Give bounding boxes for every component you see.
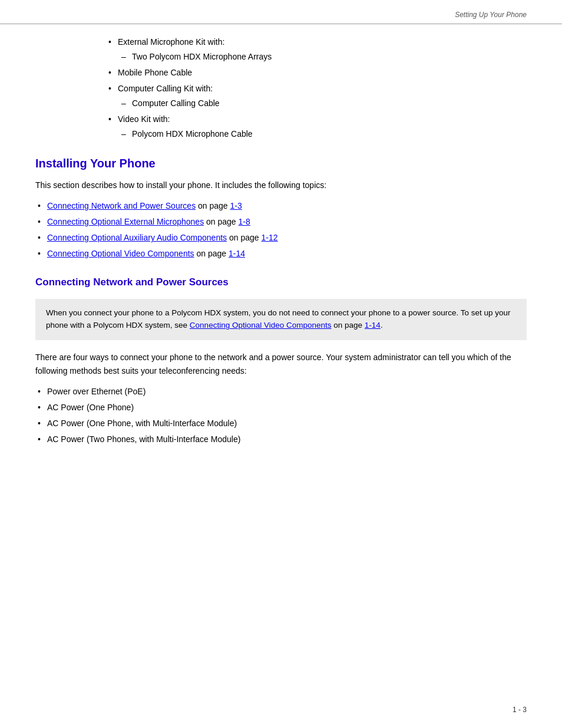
method-text: AC Power (One Phone) — [47, 403, 134, 412]
item-text: External Microphone Kit with: — [118, 37, 224, 47]
note-link[interactable]: Connecting Optional Video Components — [190, 321, 332, 330]
installing-heading: Installing Your Phone — [35, 157, 527, 170]
top-bullet-list: External Microphone Kit with: Two Polyco… — [106, 36, 527, 140]
list-item: AC Power (One Phone, with Multi-Interfac… — [35, 417, 527, 430]
item-text: Computer Calling Kit with: — [118, 84, 213, 93]
connecting-heading: Connecting Network and Power Sources — [35, 276, 527, 288]
link-ext-microphones-page[interactable]: 1-8 — [239, 217, 250, 226]
item-text: Video Kit with: — [118, 114, 170, 124]
list-item: Connecting Optional External Microphones… — [35, 216, 527, 228]
sub-list: Polycom HDX Microphone Cable — [118, 128, 527, 140]
page-number: 1 - 3 — [513, 706, 527, 714]
sub-list-item: Polycom HDX Microphone Cable — [118, 128, 527, 140]
link-network-power[interactable]: Connecting Network and Power Sources — [47, 201, 196, 210]
list-item: Computer Calling Kit with: Computer Call… — [106, 83, 527, 110]
sub-list-item: Two Polycom HDX Microphone Arrays — [118, 51, 527, 63]
list-item: AC Power (Two Phones, with Multi-Interfa… — [35, 433, 527, 446]
note-page-link[interactable]: 1-14 — [365, 321, 381, 330]
header-title: Setting Up Your Phone — [455, 11, 527, 19]
item-text: Mobile Phone Cable — [118, 68, 192, 77]
sub-list-item: Computer Calling Cable — [118, 97, 527, 110]
link-suffix: on page — [227, 233, 261, 242]
top-bullet-section: External Microphone Kit with: Two Polyco… — [106, 36, 527, 140]
link-ext-microphones[interactable]: Connecting Optional External Microphones — [47, 217, 204, 226]
sub-item-text: Polycom HDX Microphone Cable — [132, 129, 253, 139]
connecting-body: There are four ways to connect your phon… — [35, 351, 527, 377]
sub-item-text: Two Polycom HDX Microphone Arrays — [132, 52, 272, 61]
list-item: Video Kit with: Polycom HDX Microphone C… — [106, 113, 527, 140]
content-area: External Microphone Kit with: Two Polyco… — [0, 24, 562, 473]
page-header: Setting Up Your Phone — [0, 0, 562, 24]
link-aux-audio-page[interactable]: 1-12 — [261, 233, 277, 242]
list-item: Mobile Phone Cable — [106, 67, 527, 79]
method-text: Power over Ethernet (PoE) — [47, 387, 146, 396]
note-period: . — [381, 321, 383, 330]
link-video-components-page[interactable]: 1-14 — [229, 249, 245, 258]
list-item: Connecting Network and Power Sources on … — [35, 200, 527, 212]
note-suffix: on page — [332, 321, 365, 330]
sub-item-text: Computer Calling Cable — [132, 98, 220, 108]
list-item: Power over Ethernet (PoE) — [35, 386, 527, 398]
methods-list: Power over Ethernet (PoE) AC Power (One … — [35, 386, 527, 446]
method-text: AC Power (One Phone, with Multi-Interfac… — [47, 419, 237, 428]
link-video-components[interactable]: Connecting Optional Video Components — [47, 249, 194, 258]
link-suffix: on page — [196, 201, 230, 210]
installing-intro: This section describes how to install yo… — [35, 179, 527, 192]
list-item: Connecting Optional Video Components on … — [35, 248, 527, 260]
link-network-power-page[interactable]: 1-3 — [230, 201, 242, 210]
installing-links-list: Connecting Network and Power Sources on … — [35, 200, 527, 260]
link-suffix: on page — [204, 217, 238, 226]
link-suffix: on page — [194, 249, 229, 258]
sub-list: Two Polycom HDX Microphone Arrays — [118, 51, 527, 63]
link-aux-audio[interactable]: Connecting Optional Auxiliary Audio Comp… — [47, 233, 227, 242]
note-box: When you connect your phone to a Polycom… — [35, 299, 527, 340]
sub-list: Computer Calling Cable — [118, 97, 527, 110]
page-container: Setting Up Your Phone External Microphon… — [0, 0, 562, 728]
list-item: External Microphone Kit with: Two Polyco… — [106, 36, 527, 63]
list-item: AC Power (One Phone) — [35, 401, 527, 414]
method-text: AC Power (Two Phones, with Multi-Interfa… — [47, 434, 240, 444]
list-item: Connecting Optional Auxiliary Audio Comp… — [35, 232, 527, 244]
